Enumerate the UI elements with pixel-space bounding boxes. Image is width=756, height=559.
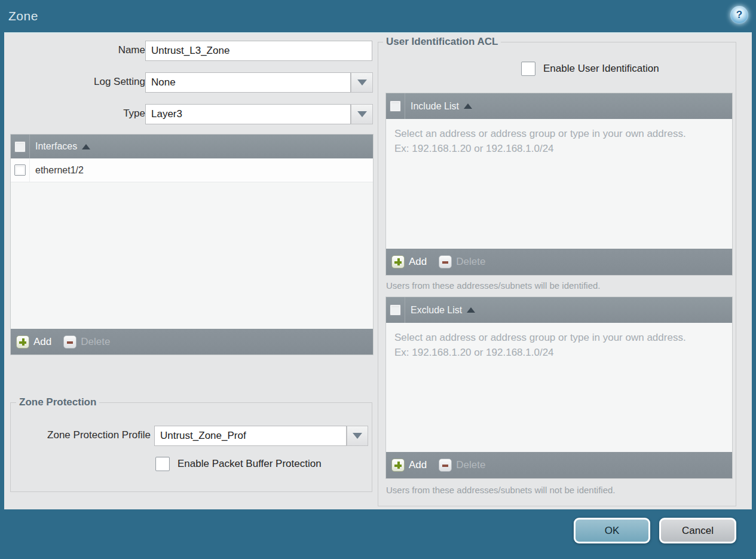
chevron-down-icon bbox=[357, 111, 367, 117]
interfaces-toolbar: Add Delete bbox=[11, 329, 373, 355]
type-label: Type bbox=[0, 108, 145, 120]
sort-asc-icon bbox=[467, 307, 475, 313]
delete-icon bbox=[439, 459, 452, 472]
packet-buffer-protection-label: Enable Packet Buffer Protection bbox=[177, 458, 322, 470]
name-label: Name bbox=[0, 44, 145, 56]
include-delete-button[interactable]: Delete bbox=[439, 255, 485, 268]
dialog-titlebar: Zone ? bbox=[0, 0, 756, 32]
user-identification-acl-section: User Identification ACL Enable User Iden… bbox=[378, 42, 736, 506]
log-setting-input[interactable] bbox=[145, 72, 351, 93]
type-dropdown-button[interactable] bbox=[351, 104, 373, 124]
name-row: Name bbox=[4, 41, 375, 61]
zone-protection-profile-dropdown-button[interactable] bbox=[347, 426, 368, 446]
help-glyph: ? bbox=[736, 9, 742, 21]
exclude-select-all-cell bbox=[386, 297, 405, 323]
include-list-table: Include List Select an address or addres… bbox=[385, 93, 733, 276]
type-input[interactable] bbox=[145, 104, 351, 124]
delete-button-label: Delete bbox=[81, 336, 110, 348]
exclude-list-placeholder: Select an address or address group or ty… bbox=[386, 323, 709, 368]
interface-name: ethernet1/2 bbox=[35, 165, 84, 176]
chevron-down-icon bbox=[353, 433, 362, 439]
enable-user-identification-label: Enable User Identification bbox=[543, 63, 659, 75]
help-icon[interactable]: ? bbox=[730, 6, 748, 24]
exclude-list-header[interactable]: Exclude List bbox=[386, 297, 732, 323]
dialog-content-panel: Name Log Setting Type Interfa bbox=[4, 32, 752, 509]
sort-asc-icon bbox=[82, 144, 90, 149]
enable-user-identification-checkbox[interactable] bbox=[521, 62, 535, 76]
delete-icon bbox=[63, 335, 76, 349]
include-add-button[interactable]: Add bbox=[391, 255, 427, 268]
packet-buffer-protection-row: Enable Packet Buffer Protection bbox=[155, 457, 322, 471]
interfaces-select-all-checkbox[interactable] bbox=[14, 141, 26, 152]
packet-buffer-protection-checkbox[interactable] bbox=[155, 457, 170, 471]
interfaces-select-all-cell bbox=[11, 135, 30, 158]
interface-row[interactable]: ethernet1/2 bbox=[11, 158, 373, 182]
exclude-list-toolbar: Add Delete bbox=[386, 452, 732, 478]
include-list-header[interactable]: Include List bbox=[386, 93, 732, 119]
zone-protection-profile-row: Zone Protection Profile bbox=[11, 426, 369, 446]
name-input[interactable] bbox=[145, 41, 372, 61]
interface-row-checkbox-cell bbox=[11, 158, 30, 182]
interfaces-table: Interfaces ethernet1/2 Add Dele bbox=[10, 134, 374, 355]
user-identification-acl-legend: User Identification ACL bbox=[383, 36, 501, 48]
include-list-header-label: Include List bbox=[411, 101, 459, 112]
zone-protection-profile-input[interactable] bbox=[154, 426, 347, 446]
zone-protection-legend: Zone Protection bbox=[16, 396, 99, 408]
interfaces-delete-button[interactable]: Delete bbox=[63, 335, 110, 349]
zone-protection-section: Zone Protection Zone Protection Profile … bbox=[10, 402, 372, 492]
exclude-list-header-label: Exclude List bbox=[411, 305, 462, 316]
chevron-down-icon bbox=[357, 80, 367, 85]
exclude-list-body[interactable]: Select an address or address group or ty… bbox=[386, 323, 732, 452]
zone-protection-profile-label: Zone Protection Profile bbox=[0, 429, 151, 441]
interfaces-table-body: ethernet1/2 bbox=[11, 158, 373, 329]
interfaces-table-header[interactable]: Interfaces bbox=[11, 135, 373, 158]
delete-button-label: Delete bbox=[456, 459, 485, 471]
exclude-list-caption: Users from these addresses/subnets will … bbox=[386, 485, 616, 495]
delete-button-label: Delete bbox=[456, 256, 485, 268]
include-list-caption: Users from these addresses/subnets will … bbox=[386, 280, 601, 291]
add-button-label: Add bbox=[33, 336, 51, 348]
type-row: Type bbox=[4, 104, 375, 124]
cancel-button[interactable]: Cancel bbox=[659, 518, 736, 543]
log-setting-dropdown-button[interactable] bbox=[351, 72, 373, 93]
log-setting-label: Log Setting bbox=[0, 76, 145, 88]
interfaces-add-button[interactable]: Add bbox=[16, 335, 51, 349]
enable-user-identification-row: Enable User Identification bbox=[521, 62, 659, 76]
include-list-toolbar: Add Delete bbox=[386, 249, 732, 275]
add-button-label: Add bbox=[409, 256, 427, 268]
sort-asc-icon bbox=[464, 103, 472, 109]
include-select-all-cell bbox=[386, 93, 405, 119]
dialog-footer: OK Cancel bbox=[0, 509, 756, 559]
ok-button[interactable]: OK bbox=[574, 518, 650, 543]
log-setting-row: Log Setting bbox=[4, 72, 375, 93]
delete-icon bbox=[439, 255, 452, 268]
add-icon bbox=[391, 255, 405, 268]
exclude-list-table: Exclude List Select an address or addres… bbox=[385, 297, 733, 479]
add-icon bbox=[16, 335, 29, 349]
add-button-label: Add bbox=[409, 459, 427, 471]
include-list-body[interactable]: Select an address or address group or ty… bbox=[386, 119, 732, 249]
include-select-all-checkbox[interactable] bbox=[390, 100, 401, 112]
interface-row-checkbox[interactable] bbox=[14, 164, 26, 176]
add-icon bbox=[391, 459, 405, 472]
exclude-select-all-checkbox[interactable] bbox=[390, 304, 401, 316]
exclude-delete-button[interactable]: Delete bbox=[439, 459, 485, 472]
include-list-placeholder: Select an address or address group or ty… bbox=[386, 119, 709, 164]
interfaces-header-label: Interfaces bbox=[35, 141, 77, 152]
exclude-add-button[interactable]: Add bbox=[391, 459, 427, 472]
dialog-title: Zone bbox=[8, 9, 38, 23]
